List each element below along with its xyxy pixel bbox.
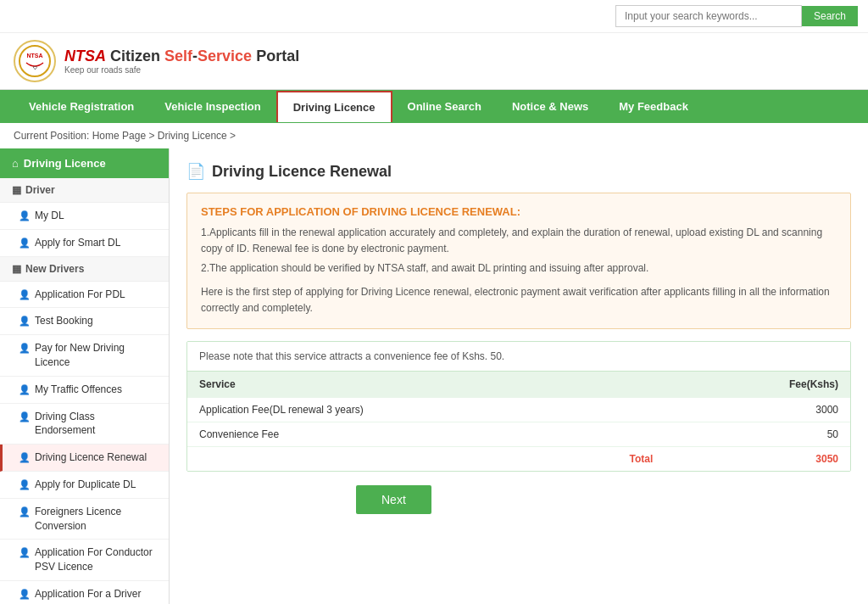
top-bar: Search — [0, 0, 868, 33]
logo-title: NTSA Citizen Self-Service Portal — [64, 48, 299, 65]
sidebar: ⌂ Driving Licence ▦ Driver 👤 My DL 👤 App… — [0, 148, 170, 604]
step-2-text: 2.The application should be verified by … — [201, 260, 837, 277]
fee-cell-2: 50 — [665, 422, 850, 446]
fee-notice: Please note that this service attracts a… — [187, 342, 850, 372]
main-nav: Vehicle Registration Vehicle Inspection … — [0, 90, 868, 123]
nav-notice-news[interactable]: Notice & News — [497, 90, 604, 123]
sidebar-item-driver-psv[interactable]: 👤 Application For a Driver PSV Licence — [0, 581, 169, 604]
logo-icon: NTSA 🛡 — [14, 40, 56, 82]
home-icon: ⌂ — [12, 157, 19, 170]
grid-icon-2: ▦ — [12, 263, 21, 275]
user-icon-9: 👤 — [19, 478, 31, 491]
page-title: 📄 Driving Licence Renewal — [186, 162, 851, 181]
steps-title: STEPS FOR APPLICATION OF DRIVING LICENCE… — [201, 205, 837, 218]
fee-col-header: Fee(Kshs) — [665, 372, 850, 398]
nav-driving-licence[interactable]: Driving Licence — [276, 91, 392, 122]
table-row: Application Fee(DL renewal 3 years) 3000 — [187, 397, 850, 422]
nav-vehicle-inspection[interactable]: Vehicle Inspection — [149, 90, 275, 123]
sidebar-item-foreigners-licence[interactable]: 👤 Foreigners Licence Conversion — [0, 499, 169, 540]
svg-point-0 — [19, 46, 50, 76]
total-row: Total 3050 — [187, 446, 850, 471]
user-icon-11: 👤 — [19, 546, 31, 559]
user-icon-2: 👤 — [19, 237, 31, 249]
fee-cell-1: 3000 — [665, 397, 850, 422]
sidebar-item-duplicate-dl[interactable]: 👤 Apply for Duplicate DL — [0, 472, 169, 499]
logo-subtext: Keep our roads safe — [64, 65, 299, 75]
sidebar-item-apply-smart-dl[interactable]: 👤 Apply for Smart DL — [0, 230, 169, 257]
user-icon-8: 👤 — [19, 451, 31, 464]
sidebar-item-pay-new-dl[interactable]: 👤 Pay for New Driving Licence — [0, 335, 169, 377]
user-icon-4: 👤 — [19, 315, 31, 327]
sidebar-item-test-booking[interactable]: 👤 Test Booking — [0, 308, 169, 335]
user-icon-7: 👤 — [19, 411, 31, 423]
user-icon-12: 👤 — [19, 588, 31, 601]
document-icon: 📄 — [186, 162, 205, 181]
step-1-text: 1.Applicants fill in the renewal applica… — [201, 225, 837, 257]
sidebar-section-driver: ▦ Driver — [0, 178, 169, 203]
content-area: 📄 Driving Licence Renewal STEPS FOR APPL… — [170, 148, 868, 604]
user-icon-6: 👤 — [19, 383, 31, 396]
service-cell-2: Convenience Fee — [187, 422, 665, 446]
user-icon-5: 👤 — [19, 342, 31, 355]
nav-online-search[interactable]: Online Search — [392, 90, 497, 123]
service-col-header: Service — [187, 372, 665, 398]
logo-area: NTSA 🛡 NTSA Citizen Self-Service Portal … — [14, 40, 299, 82]
total-label: Total — [187, 446, 665, 471]
svg-text:NTSA: NTSA — [26, 53, 42, 59]
logo-text-area: NTSA Citizen Self-Service Portal Keep ou… — [64, 48, 299, 75]
main-layout: ⌂ Driving Licence ▦ Driver 👤 My DL 👤 App… — [0, 148, 868, 604]
total-value: 3050 — [665, 446, 850, 471]
sidebar-item-my-dl[interactable]: 👤 My DL — [0, 203, 169, 230]
next-button[interactable]: Next — [356, 485, 431, 514]
fee-table: Service Fee(Kshs) Application Fee(DL ren… — [187, 372, 850, 471]
sidebar-item-driving-class-endorsement[interactable]: 👤 Driving Class Endorsement — [0, 404, 169, 445]
steps-note: Here is the first step of applying for D… — [201, 284, 837, 316]
nav-vehicle-registration[interactable]: Vehicle Registration — [14, 90, 149, 123]
sidebar-item-traffic-offences[interactable]: 👤 My Traffic Offences — [0, 377, 169, 404]
search-button[interactable]: Search — [802, 6, 858, 26]
user-icon: 👤 — [19, 210, 31, 222]
sidebar-section-new-drivers: ▦ New Drivers — [0, 257, 169, 282]
table-row: Convenience Fee 50 — [187, 422, 850, 446]
header: NTSA 🛡 NTSA Citizen Self-Service Portal … — [0, 33, 868, 90]
steps-box: STEPS FOR APPLICATION OF DRIVING LICENCE… — [186, 193, 851, 329]
service-cell-1: Application Fee(DL renewal 3 years) — [187, 397, 665, 422]
breadcrumb: Current Position: Home Page > Driving Li… — [0, 123, 868, 148]
fee-section: Please note that this service attracts a… — [186, 341, 851, 472]
user-icon-3: 👤 — [19, 288, 31, 301]
svg-text:🛡: 🛡 — [33, 65, 37, 70]
sidebar-item-conductor-psv[interactable]: 👤 Application For Conductor PSV Licence — [0, 540, 169, 581]
nav-my-feedback[interactable]: My Feedback — [604, 90, 704, 123]
sidebar-item-dl-renewal[interactable]: 👤 Driving Licence Renewal — [0, 445, 169, 472]
search-input[interactable] — [615, 5, 802, 27]
user-icon-10: 👤 — [19, 506, 31, 518]
sidebar-title: ⌂ Driving Licence — [0, 148, 169, 178]
sidebar-item-application-pdl[interactable]: 👤 Application For PDL — [0, 282, 169, 309]
grid-icon: ▦ — [12, 184, 21, 196]
